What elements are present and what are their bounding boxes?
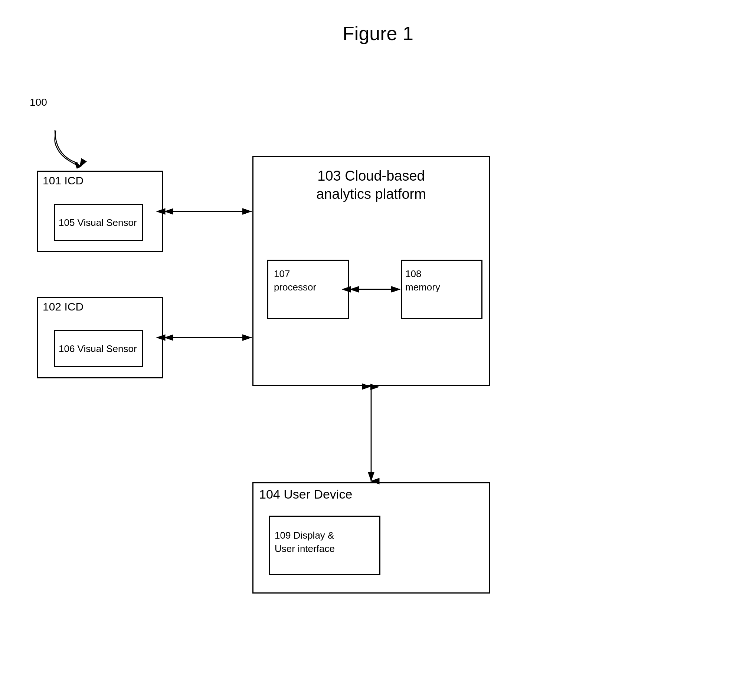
label-106: 106 Visual Sensor: [59, 343, 137, 355]
label-104: 104 User Device: [259, 487, 352, 502]
page-title: Figure 1: [0, 22, 756, 45]
label-103: 103 Cloud-based analytics platform: [275, 167, 468, 204]
label-108: 108 memory: [405, 267, 440, 294]
label-109: 109 Display & User interface: [275, 529, 335, 556]
label-102: 102 ICD: [43, 300, 83, 313]
diagram-container: 100 101 ICD 105 Visual Sensor 102 ICD 10…: [0, 67, 756, 700]
svg-marker-5: [74, 161, 81, 169]
label-105: 105 Visual Sensor: [59, 217, 137, 228]
label-100: 100: [30, 97, 47, 108]
label-101: 101 ICD: [43, 174, 83, 187]
label-107: 107 processor: [274, 267, 316, 294]
